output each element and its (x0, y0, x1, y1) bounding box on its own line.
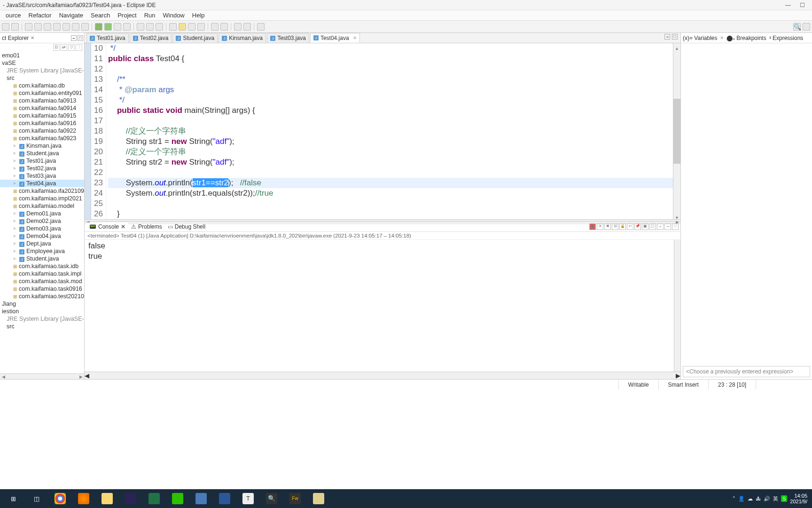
step-into-icon[interactable] (62, 23, 70, 31)
tree-node[interactable]: com.kaifamiao.fa0914 (0, 104, 84, 112)
tree-node[interactable]: com.kaifamiao.db (0, 82, 84, 89)
tree-node[interactable]: iestion (0, 308, 84, 315)
scroll-lock-icon[interactable]: 🔒 (619, 223, 626, 230)
tray-ime-lang[interactable]: 英 (773, 495, 778, 502)
tree-node[interactable]: com.kaifamiao.fa0923 (0, 135, 84, 142)
save-icon[interactable] (11, 23, 19, 31)
step-return-icon[interactable] (81, 23, 89, 31)
editor-tab[interactable]: J Test03.java (267, 33, 309, 43)
tree-node[interactable]: >Dept.java (0, 240, 84, 247)
pin-console-icon[interactable]: 📌 (634, 223, 641, 230)
wechat-icon[interactable] (166, 490, 189, 507)
tree-node[interactable]: com.kaifamiao.fa0916 (0, 119, 84, 127)
console-hscroll[interactable]: ◀▶ (85, 372, 680, 379)
tree-node[interactable]: >Demo02.java (0, 217, 84, 225)
console-vscroll[interactable] (674, 240, 680, 372)
tree-node[interactable]: com.kaifamiao.entity091 (0, 89, 84, 97)
show-whitespace-icon[interactable] (197, 23, 205, 31)
tree-node[interactable]: JRE System Library [JavaSE- (0, 67, 84, 74)
debug-pause-icon[interactable] (34, 23, 42, 31)
system-tray[interactable]: ˄ 👤 ☁ 🖧 🔊 英 S 14:05 2021/9/ (733, 493, 810, 504)
tree-node[interactable]: >Demo01.java (0, 210, 84, 217)
start-button[interactable]: ⊞ (2, 490, 24, 507)
tree-node[interactable]: >Test01.java (0, 157, 84, 165)
everything-icon[interactable]: 🔍 (260, 490, 283, 507)
tree-node[interactable]: >Test04.java (0, 180, 84, 187)
step-over-icon[interactable] (72, 23, 79, 31)
menu-refactor[interactable]: Refactor (25, 11, 55, 20)
tray-volume-icon[interactable]: 🔊 (764, 496, 770, 502)
remove-launch-icon[interactable]: ✕ (597, 223, 603, 230)
task-view-icon[interactable]: ◫ (25, 490, 48, 507)
tree-node[interactable]: com.kaifamiao.fa0922 (0, 127, 84, 135)
collapse-all-icon[interactable]: ⊟ (53, 44, 60, 51)
tree-node[interactable]: com.kaifamiao.impl2021 (0, 195, 84, 202)
tree-node[interactable]: src (0, 323, 84, 330)
console-output[interactable]: falsetrue (85, 240, 674, 372)
tree-node[interactable]: emo01 (0, 52, 84, 59)
editor-vscroll[interactable]: ▲ ▼ (673, 43, 680, 219)
tab-debug-shell[interactable]: ▭ Debug Shell (165, 222, 208, 231)
tree-node[interactable]: com.kaifamiao.ifa202109 (0, 187, 84, 195)
debug-icon[interactable] (95, 23, 102, 31)
word-wrap-icon[interactable]: ↩ (627, 223, 633, 230)
debug-stop-icon[interactable] (44, 23, 51, 31)
console-min-icon[interactable]: ‒ (664, 223, 671, 230)
tray-ime-icon[interactable]: S (781, 495, 787, 502)
app2-icon[interactable] (307, 490, 330, 507)
tray-chevron-icon[interactable]: ˄ (733, 496, 735, 502)
firefox-icon[interactable] (72, 490, 95, 507)
tree-node[interactable]: com.kaifamiao.task.mod (0, 278, 84, 285)
tree-node[interactable]: com.kaifamiao.fa0913 (0, 97, 84, 104)
tab-problems[interactable]: ⚠ Problems (128, 222, 165, 231)
tree-node[interactable]: >Employee.java (0, 247, 84, 255)
tree-hscroll[interactable]: ◀▶ (0, 373, 84, 379)
search-icon[interactable] (169, 23, 177, 31)
next-annotation-icon[interactable] (220, 23, 228, 31)
code-editor[interactable]: */public class Test04 { /** * @param arg… (106, 43, 673, 219)
link-editor-icon[interactable]: ⇄ (61, 44, 67, 51)
quick-access-search-icon[interactable]: 🔍 (793, 23, 801, 31)
tree-node[interactable]: >Student.java (0, 255, 84, 262)
text-icon[interactable]: T (237, 490, 259, 507)
coverage-icon[interactable] (114, 23, 121, 31)
menu-run[interactable]: Run (141, 11, 159, 20)
window-max[interactable]: ☐ (795, 2, 809, 8)
maximize-icon[interactable]: □ (78, 35, 83, 41)
open-type-icon[interactable] (156, 23, 163, 31)
toggle-block-icon[interactable] (188, 23, 195, 31)
tree-node[interactable]: >Student.java (0, 150, 84, 157)
tree-node[interactable]: >Kinsman.java (0, 142, 84, 150)
menu-navigate[interactable]: Navigate (55, 11, 87, 20)
toggle-mark-icon[interactable] (179, 23, 186, 31)
view-menu-icon[interactable]: ⋮ (76, 44, 82, 51)
window-min[interactable]: — (781, 2, 795, 8)
tree-node[interactable]: JRE System Library [JavaSE- (0, 315, 84, 323)
editor-tab[interactable]: J Kinsman.java (219, 33, 266, 43)
tab-breakpoints[interactable]: ⬤o Breakpoints (726, 35, 766, 41)
editor-min-icon[interactable]: ‒ (664, 34, 670, 40)
tree-node[interactable]: com.kaifamiao.task.impl (0, 270, 84, 278)
tab-expressions[interactable]: ᵡ Expressions (769, 35, 804, 41)
open-console-icon[interactable]: ▢ (649, 223, 656, 230)
tree-node[interactable]: src (0, 74, 84, 82)
editor-tab[interactable]: J Test04.java ✕ (310, 33, 360, 43)
word-icon[interactable] (213, 490, 236, 507)
menu-window[interactable]: Window (159, 11, 188, 20)
file-explorer-icon[interactable] (96, 490, 118, 507)
close-icon[interactable]: ✕ (720, 35, 724, 40)
tree-node[interactable]: com.kaifamiao.fa0915 (0, 112, 84, 119)
remove-all-icon[interactable]: ✖ (604, 223, 611, 230)
pin-icon[interactable] (257, 23, 265, 31)
tray-network-icon[interactable]: 🖧 (756, 496, 761, 501)
editor-tab[interactable]: J Test01.java (86, 33, 129, 43)
tree-node[interactable]: com.kaifamiao.task0916 (0, 285, 84, 293)
clear-console-icon[interactable]: ☒ (612, 223, 618, 230)
eclipse-icon[interactable] (119, 490, 142, 507)
editor-tab[interactable]: J Test02.java (130, 33, 172, 43)
tree-node[interactable]: com.kaifamiao.task.idb (0, 262, 84, 270)
excel-icon[interactable] (143, 490, 165, 507)
fireworks-icon[interactable]: Fw (284, 490, 306, 507)
tray-onedrive-icon[interactable]: ☁ (748, 496, 753, 502)
expression-input-hint[interactable]: <Choose a previously entered expression> (683, 366, 810, 377)
